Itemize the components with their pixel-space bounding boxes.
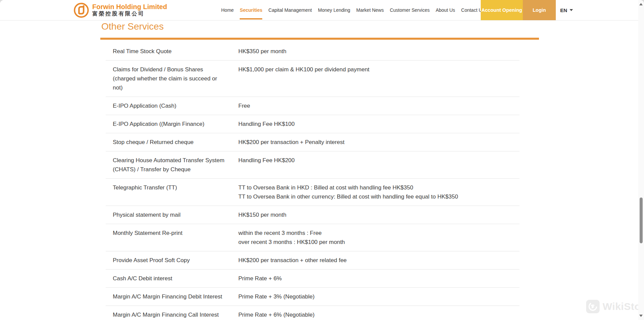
other-services-fee-table: Real Time Stock Quote HK$350 per month C… [106, 42, 519, 320]
fee-item-label: E-IPO Application (Cash) [106, 101, 238, 110]
fee-item-value: Handling Fee HK$100 [238, 119, 519, 129]
fee-item-value: HK$200 per transaction + other related f… [238, 256, 519, 265]
vertical-scrollbar[interactable] [638, 0, 644, 320]
fee-item-label: Telegraphic Transfer (TT) [106, 183, 238, 201]
wikistock-watermark: WikiStock [586, 300, 644, 313]
forwin-logo-icon [73, 2, 89, 18]
fee-item-label: Margin A/C Margin Financing Call Interes… [106, 310, 238, 319]
nav-item[interactable]: Money Lending [318, 0, 350, 21]
brand-name-zh: 富榮控股有限公司 [92, 10, 167, 17]
nav-item[interactable]: Home [221, 0, 234, 21]
fee-item-value: HK$150 per month [238, 210, 519, 219]
brand[interactable]: Forwin Holding Limited 富榮控股有限公司 [73, 2, 167, 18]
table-row: Stop cheque / Returned cheque HK$200 per… [106, 133, 519, 151]
table-row: E-IPO Application (Cash) Free [106, 97, 519, 115]
table-row: Telegraphic Transfer (TT) TT to Oversea … [106, 179, 519, 206]
fee-item-value: TT to Oversea Bank in HKD : Billed at co… [238, 183, 519, 201]
language-selector[interactable]: EN [560, 0, 573, 20]
site-header: Forwin Holding Limited 富榮控股有限公司 Home Sec… [0, 0, 644, 21]
fee-item-value: Handling Fee HK$200 [238, 156, 519, 174]
account-opening-button[interactable]: Account Opening [481, 0, 523, 20]
fee-item-label: Monthly Statement Re-print [106, 228, 238, 247]
nav-item[interactable]: Capital Management [268, 0, 312, 21]
scroll-up-arrow-icon[interactable] [639, 3, 643, 5]
wikistock-eagle-icon [586, 300, 600, 313]
page: Forwin Holding Limited 富榮控股有限公司 Home Sec… [0, 0, 644, 320]
scrollbar-thumb[interactable] [640, 198, 643, 243]
table-row: Physical statement by mail HK$150 per mo… [106, 206, 519, 224]
fee-item-label: Claims for Dividend / Bonus Shares (char… [106, 65, 238, 92]
fee-item-value: within the recent 3 months : Free over r… [238, 228, 519, 247]
fee-item-label: Margin A/C Margin Financing Debit Intere… [106, 292, 238, 301]
nav-item[interactable]: Customer Services [390, 0, 430, 21]
fee-item-label: E-IPO Application ((Margin Finance) [106, 119, 238, 129]
nav-item[interactable]: About Us [436, 0, 455, 21]
fee-item-label: Physical statement by mail [106, 210, 238, 219]
main-nav: Home Securities Capital Management Money… [221, 0, 484, 20]
watermark-label: WikiStock [603, 301, 644, 312]
brand-name-en: Forwin Holding Limited [92, 3, 167, 10]
table-row: Margin A/C Margin Financing Call Interes… [106, 306, 519, 320]
chevron-down-icon [570, 9, 573, 11]
fee-item-label: Stop cheque / Returned cheque [106, 138, 238, 147]
table-row: Claims for Dividend / Bonus Shares (char… [106, 61, 519, 97]
fee-item-label: Provide Asset Proof Soft Copy [106, 256, 238, 265]
table-row: Cash A/C Debit interest Prime Rate + 6% [106, 270, 519, 288]
fee-item-value: HK$200 per transaction + Penalty interes… [238, 138, 519, 147]
table-row: Real Time Stock Quote HK$350 per month [106, 42, 519, 61]
fee-item-label: Clearing House Automated Transfer System… [106, 156, 238, 174]
table-row: Margin A/C Margin Financing Debit Intere… [106, 288, 519, 306]
language-label: EN [560, 7, 567, 13]
fee-item-value: HK$1,000 per claim & HK100 per dividend … [238, 65, 519, 92]
nav-item[interactable]: Securities [240, 0, 262, 21]
fee-item-value: Prime Rate + 6% [238, 274, 519, 283]
page-title: Other Services [101, 21, 164, 32]
fee-item-value: Free [238, 101, 519, 110]
nav-item[interactable]: Market News [356, 0, 384, 21]
scroll-down-arrow-icon[interactable] [639, 315, 643, 317]
fee-item-value: Prime Rate + 6% (Negotiable) [238, 310, 519, 319]
login-button[interactable]: Login [523, 0, 556, 20]
title-underline-rule [100, 38, 539, 40]
fee-item-value: HK$350 per month [238, 47, 519, 56]
fee-item-label: Cash A/C Debit interest [106, 274, 238, 283]
table-row: Clearing House Automated Transfer System… [106, 151, 519, 179]
table-row: Provide Asset Proof Soft Copy HK$200 per… [106, 251, 519, 270]
table-row: E-IPO Application ((Margin Finance) Hand… [106, 115, 519, 133]
brand-names: Forwin Holding Limited 富榮控股有限公司 [92, 3, 167, 17]
table-row: Monthly Statement Re-print within the re… [106, 224, 519, 251]
fee-item-value: Prime Rate + 3% (Negotiable) [238, 292, 519, 301]
fee-item-label: Real Time Stock Quote [106, 47, 238, 56]
